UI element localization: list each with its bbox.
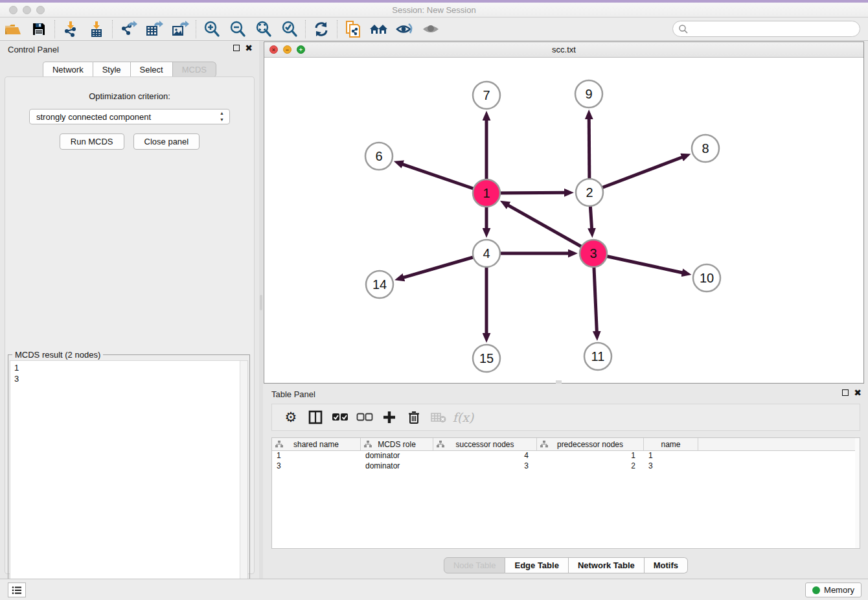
table-tab-motifs[interactable]: Motifs — [645, 557, 688, 573]
function-builder-button[interactable]: f(x) — [451, 406, 475, 428]
table-tab-network-table[interactable]: Network Table — [569, 557, 645, 573]
table-toolbar: ⚙ — [271, 404, 860, 431]
import-table-icon — [88, 21, 105, 38]
optimization-criterion-label: Optimization criterion: — [5, 91, 254, 101]
table-tab-edge-table[interactable]: Edge Table — [505, 557, 568, 573]
table-row[interactable]: 3dominator323 — [272, 461, 855, 472]
column-header-predecessor-nodes[interactable]: predecessor nodes — [537, 438, 644, 450]
apply-layout-button[interactable] — [308, 19, 334, 40]
export-network-button[interactable] — [115, 19, 141, 40]
cell-MCDS-role[interactable]: dominator — [361, 451, 433, 461]
cell-predecessor-nodes[interactable]: 2 — [537, 461, 644, 472]
zoom-out-button[interactable] — [225, 19, 251, 40]
close-panel-button[interactable]: Close panel — [133, 133, 200, 150]
float-panel-icon[interactable] — [233, 45, 240, 51]
control-tab-style[interactable]: Style — [93, 62, 131, 78]
memory-button[interactable]: Memory — [805, 583, 862, 597]
memory-status-icon — [812, 586, 820, 594]
plus-icon — [383, 411, 396, 424]
window-title: Session: New Session — [0, 5, 868, 15]
column-label: name — [661, 440, 680, 449]
zoom-in-icon — [203, 21, 220, 38]
column-header-successor-nodes[interactable]: successor nodes — [433, 438, 537, 450]
column-label: shared name — [293, 440, 339, 449]
cell-name[interactable]: 1 — [644, 451, 698, 461]
save-session-button[interactable] — [26, 19, 52, 40]
search-container — [672, 21, 860, 37]
control-panel: Control Panel ✖ NetworkStyleSelectMCDS O… — [0, 41, 259, 579]
network-canvas[interactable]: 7968124314101511 — [264, 58, 863, 383]
control-tab-mcds[interactable]: MCDS — [173, 62, 216, 78]
select-all-columns-button[interactable] — [328, 406, 352, 428]
network-frame-titlebar[interactable]: × − + scc.txt — [264, 42, 863, 58]
show-all-networks-button[interactable] — [366, 19, 392, 40]
import-network-button[interactable] — [58, 19, 84, 40]
hide-graphics-details-button[interactable] — [392, 19, 418, 40]
mcds-panel: Optimization criterion: strongly connect… — [5, 76, 255, 574]
zoom-fit-button[interactable] — [251, 19, 277, 40]
mcds-result-textarea[interactable]: 13 — [10, 360, 248, 595]
refresh-icon — [314, 21, 329, 37]
cell-name[interactable]: 3 — [644, 461, 698, 472]
open-folder-icon — [5, 22, 21, 36]
node-label-7: 7 — [483, 88, 490, 102]
search-icon — [678, 24, 689, 34]
node-label-3: 3 — [589, 246, 597, 260]
column-label: MCDS role — [378, 440, 416, 449]
cell-shared-name[interactable]: 1 — [272, 451, 361, 461]
export-network-icon — [119, 21, 137, 38]
column-header-name[interactable]: name — [644, 438, 698, 450]
table-panel-title: Table Panel — [271, 389, 315, 399]
table-tabs: Node TableEdge TableNetwork TableMotifs — [264, 557, 868, 573]
delete-columns-button[interactable] — [402, 406, 426, 428]
unselect-all-columns-button[interactable] — [352, 406, 377, 428]
table-options-button[interactable]: ⚙ — [279, 406, 303, 428]
table-row[interactable]: 1dominator411 — [272, 451, 855, 461]
control-tab-select[interactable]: Select — [131, 62, 173, 78]
edge-3-1[interactable] — [508, 205, 593, 253]
open-session-button[interactable] — [0, 19, 26, 40]
close-panel-icon[interactable]: ✖ — [854, 389, 862, 397]
cell-shared-name[interactable]: 3 — [272, 461, 361, 472]
splitter-grip[interactable] — [260, 295, 262, 310]
network-view-frame: × − + scc.txt 7968124314101511 — [264, 41, 864, 384]
window-titlebar: Session: New Session — [0, 3, 868, 17]
node-label-11: 11 — [591, 349, 605, 363]
cell-successor-nodes[interactable]: 3 — [433, 461, 537, 472]
import-table-button[interactable] — [84, 19, 109, 40]
run-mcds-button[interactable]: Run MCDS — [60, 133, 124, 150]
delete-table-button[interactable] — [426, 406, 451, 428]
search-input[interactable] — [672, 21, 860, 37]
task-history-button[interactable] — [8, 583, 26, 597]
zoom-selected-button[interactable] — [277, 19, 303, 40]
table-scrollbar[interactable] — [855, 437, 860, 549]
delete-table-icon — [431, 411, 446, 423]
control-tab-network[interactable]: Network — [43, 62, 93, 78]
cell-MCDS-role[interactable]: dominator — [361, 461, 433, 472]
node-label-4: 4 — [483, 246, 490, 260]
fx-icon: f(x) — [453, 410, 474, 424]
cell-successor-nodes[interactable]: 4 — [433, 451, 537, 461]
cell-predecessor-nodes[interactable]: 1 — [537, 451, 644, 461]
export-table-button[interactable] — [141, 19, 167, 40]
result-scrollbar[interactable] — [240, 361, 247, 594]
checked-boxes-icon — [332, 413, 348, 422]
canvas-resize-grip[interactable] — [556, 380, 562, 384]
column-header-shared-name[interactable]: shared name — [272, 438, 361, 450]
table-tab-node-table[interactable]: Node Table — [444, 557, 506, 573]
create-column-button[interactable] — [377, 406, 402, 428]
toolbar-separator — [54, 20, 55, 38]
duplicate-network-button[interactable] — [340, 19, 366, 40]
column-header-MCDS-role[interactable]: MCDS role — [361, 438, 433, 450]
show-graphics-details-button[interactable] — [418, 19, 444, 40]
criterion-select[interactable]: strongly connected component ▲▼ — [29, 109, 230, 124]
zoom-in-button[interactable] — [199, 19, 225, 40]
node-table[interactable]: shared nameMCDS rolesuccessor nodesprede… — [271, 437, 856, 549]
close-panel-icon[interactable]: ✖ — [245, 44, 253, 52]
float-panel-icon[interactable] — [842, 389, 849, 396]
panel-splitter[interactable] — [259, 41, 263, 579]
export-image-button[interactable] — [167, 19, 193, 40]
show-column-button[interactable] — [303, 406, 328, 428]
duplicate-network-icon — [345, 20, 361, 38]
edge-2-8[interactable] — [589, 157, 682, 192]
